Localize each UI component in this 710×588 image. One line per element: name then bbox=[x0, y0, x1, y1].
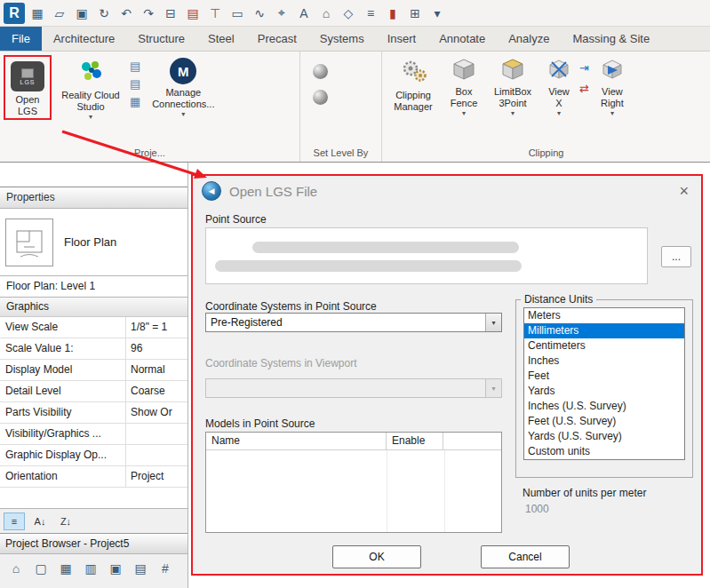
ribbon-tab[interactable]: File bbox=[0, 27, 42, 51]
distance-unit-option[interactable]: Yards bbox=[524, 384, 684, 399]
chevron-down-icon[interactable]: ▾ bbox=[427, 4, 447, 23]
zoom-icon[interactable]: ⌖ bbox=[272, 4, 291, 23]
box-fence-label: Box Fence bbox=[446, 86, 482, 108]
level-sphere-icon[interactable] bbox=[313, 90, 328, 105]
coord-source-combo[interactable]: Pre-Registered ▾ bbox=[205, 313, 502, 332]
sheet-icon[interactable]: ▦ bbox=[28, 4, 47, 23]
ribbon-tab[interactable]: Insert bbox=[376, 27, 428, 51]
views-icon[interactable]: ⌂ bbox=[7, 560, 25, 577]
save-icon[interactable]: ▣ bbox=[72, 4, 92, 23]
property-value[interactable]: Normal bbox=[126, 360, 187, 380]
schedule-icon[interactable]: ▦ bbox=[57, 560, 75, 577]
ribbon: LGS Open LGS bbox=[0, 52, 710, 163]
measure-icon[interactable]: ▭ bbox=[227, 4, 247, 23]
sheet-icon[interactable]: ▥ bbox=[82, 560, 100, 577]
distance-unit-option[interactable]: Yards (U.S. Survey) bbox=[524, 429, 684, 444]
panel-label-set-level[interactable]: Set Level By bbox=[300, 147, 381, 162]
tag-icon[interactable]: ▮ bbox=[383, 4, 403, 23]
ribbon-tab[interactable]: Annotate bbox=[427, 27, 497, 51]
reality-cloud-studio-button[interactable]: Reality Cloud Studio ▾ bbox=[57, 55, 124, 120]
chevron-down-icon[interactable]: ▾ bbox=[485, 314, 501, 331]
clip-out-icon[interactable]: ⇄ bbox=[579, 83, 589, 94]
distance-unit-option[interactable]: Inches bbox=[524, 354, 684, 369]
instance-selector[interactable]: Floor Plan: Level 1 bbox=[0, 276, 187, 298]
property-value[interactable]: Show Or bbox=[126, 402, 187, 423]
property-value[interactable] bbox=[126, 445, 187, 465]
export-doc-icon[interactable]: ▤ bbox=[183, 4, 203, 23]
link-icon[interactable]: # bbox=[156, 560, 174, 577]
view-x-button[interactable]: View X ▾ bbox=[544, 55, 574, 116]
text-icon[interactable]: A bbox=[294, 4, 314, 23]
models-table[interactable]: Name Enable bbox=[205, 432, 502, 533]
close-icon[interactable]: × bbox=[675, 183, 692, 199]
distance-unit-option[interactable]: Feet bbox=[524, 369, 684, 384]
chevron-down-icon: ▾ bbox=[89, 115, 92, 120]
ribbon-tab[interactable]: Precast bbox=[246, 27, 308, 51]
open-lgs-button[interactable]: LGS Open LGS bbox=[8, 59, 47, 116]
ribbon-tab[interactable]: Systems bbox=[308, 27, 376, 51]
ribbon-tab[interactable]: Structure bbox=[126, 27, 196, 51]
cancel-button[interactable]: Cancel bbox=[481, 545, 570, 568]
sort-desc-icon[interactable]: Z↓ bbox=[55, 513, 76, 530]
sort-menu-icon[interactable]: ≡ bbox=[4, 513, 25, 530]
ribbon-tab[interactable]: Massing & Site bbox=[561, 27, 661, 51]
family-icon[interactable]: ▣ bbox=[107, 560, 124, 577]
property-value[interactable]: 1/8" = 1 bbox=[126, 317, 187, 338]
graphics-section-header[interactable]: Graphics bbox=[0, 298, 187, 317]
column-header-name[interactable]: Name bbox=[206, 433, 387, 449]
export-grid-icon[interactable]: ▦ bbox=[130, 96, 140, 107]
export-view-icon[interactable]: ▤ bbox=[130, 60, 140, 72]
coord-viewport-label: Coordinate Systems in Viewport bbox=[205, 357, 357, 369]
ok-button[interactable]: OK bbox=[332, 545, 421, 568]
box-fence-button[interactable]: Box Fence ▾ bbox=[446, 55, 482, 116]
distance-unit-option[interactable]: Feet (U.S. Survey) bbox=[524, 414, 684, 429]
level-sphere-icon[interactable] bbox=[313, 64, 328, 79]
properties-title: Properties bbox=[6, 191, 55, 203]
revit-logo[interactable]: R bbox=[4, 3, 25, 24]
selection-icon[interactable]: ▢ bbox=[32, 560, 50, 577]
project-browser-header[interactable]: Project Browser - Project5 bbox=[0, 533, 187, 554]
manage-connections-button[interactable]: M Manage Connections... ▾ bbox=[146, 55, 220, 117]
distance-unit-option[interactable]: Inches (U.S. Survey) bbox=[524, 399, 684, 414]
property-value[interactable]: Coarse bbox=[126, 381, 187, 401]
property-name: Graphic Display Op... bbox=[0, 445, 126, 465]
clip-in-icon[interactable]: ⇥ bbox=[579, 62, 589, 74]
distance-units-listbox[interactable]: MetersMillimetersCentimetersInchesFeetYa… bbox=[523, 307, 685, 460]
ribbon-tab[interactable]: Architecture bbox=[42, 27, 126, 51]
filter-icon[interactable]: ≡ bbox=[361, 4, 380, 23]
column-header-enable[interactable]: Enable bbox=[387, 433, 443, 449]
browse-button[interactable]: ... bbox=[661, 246, 691, 267]
group-icon[interactable]: ▤ bbox=[132, 560, 149, 577]
property-value[interactable] bbox=[126, 424, 187, 444]
redo-icon[interactable]: ↷ bbox=[139, 4, 158, 23]
dialog-titlebar[interactable]: ◀ Open LGS File × bbox=[193, 176, 701, 206]
panel-label-project[interactable]: Proje... bbox=[0, 147, 299, 162]
ribbon-tab[interactable]: Steel bbox=[196, 27, 246, 51]
ribbon-tab[interactable]: Analyze bbox=[497, 27, 561, 51]
properties-header[interactable]: Properties bbox=[0, 187, 187, 209]
limitbox-3point-button[interactable]: LimitBox 3Point ▾ bbox=[487, 55, 538, 116]
clipping-manager-button[interactable]: Clipping Manager bbox=[386, 55, 441, 112]
panel-label-clipping[interactable]: Clipping bbox=[382, 147, 710, 162]
open-folder-icon[interactable]: ▱ bbox=[50, 4, 69, 23]
spline-icon[interactable]: ∿ bbox=[250, 4, 269, 23]
distance-unit-option[interactable]: Custom units bbox=[524, 444, 684, 459]
windows-icon[interactable]: ⊞ bbox=[405, 4, 425, 23]
undo-icon[interactable]: ↶ bbox=[116, 4, 136, 23]
property-value[interactable]: Project bbox=[126, 466, 187, 487]
view-right-label: View Right bbox=[594, 86, 630, 108]
distance-unit-option[interactable]: Centimeters bbox=[524, 338, 684, 354]
distance-unit-option[interactable]: Meters bbox=[524, 308, 684, 323]
view-right-button[interactable]: View Right ▾ bbox=[594, 55, 630, 116]
distance-unit-option[interactable]: Millimeters bbox=[524, 323, 684, 338]
point-source-field[interactable] bbox=[205, 227, 648, 284]
level-tool-icon[interactable]: ⊤ bbox=[205, 4, 225, 23]
home-icon[interactable]: ⌂ bbox=[316, 4, 336, 23]
property-value[interactable]: 96 bbox=[126, 338, 187, 359]
swap-icon[interactable]: ◇ bbox=[339, 4, 358, 23]
export-sheet-icon[interactable]: ▤ bbox=[130, 78, 140, 90]
sync-icon[interactable]: ↻ bbox=[94, 4, 114, 23]
type-selector[interactable]: Floor Plan bbox=[0, 209, 187, 276]
print-icon[interactable]: ⊟ bbox=[161, 4, 180, 23]
sort-asc-icon[interactable]: A↓ bbox=[29, 513, 51, 530]
